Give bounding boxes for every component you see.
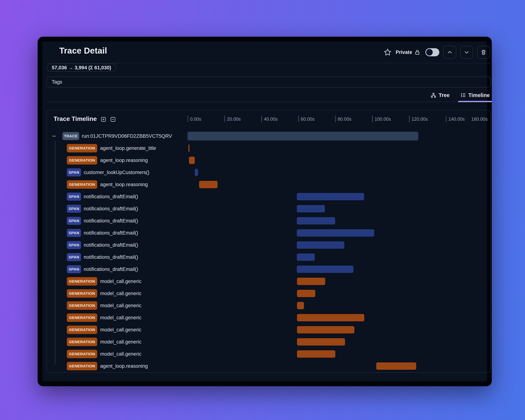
timeline-row[interactable]: GENERATIONmodel_call.generic	[47, 348, 490, 360]
delete-button[interactable]	[477, 46, 490, 59]
observation-type-badge: GENERATION	[67, 301, 97, 310]
duration-bar[interactable]	[297, 266, 354, 273]
trace-timeline-panel: Trace Timeline 0.00s20.00s40.00s60.00s80…	[47, 110, 491, 373]
timeline-row[interactable]: GENERATIONagent_loop.reasoning	[47, 154, 490, 166]
duration-bar[interactable]	[297, 290, 316, 297]
axis-tick-label: 160.00s	[471, 116, 488, 122]
timeline-row[interactable]: GENERATIONmodel_call.generic	[47, 312, 490, 324]
star-icon[interactable]	[384, 48, 392, 56]
duration-bar[interactable]	[297, 302, 304, 309]
observation-type-badge: GENERATION	[67, 350, 97, 358]
duration-bar[interactable]	[376, 362, 416, 370]
observation-label: model_call.generic	[100, 279, 141, 284]
tab-tree[interactable]: Tree	[430, 92, 451, 102]
header-controls: Private	[384, 46, 490, 59]
timeline-row[interactable]: GENERATIONmodel_call.generic	[47, 299, 490, 312]
observation-label: model_call.generic	[100, 327, 141, 333]
duration-bar[interactable]	[297, 278, 325, 285]
axis-tick	[188, 116, 188, 122]
privacy-toggle[interactable]	[425, 48, 439, 56]
duration-bar[interactable]	[188, 145, 189, 152]
observation-label: customer_lookUpCustomers()	[84, 170, 150, 175]
minus-square-icon[interactable]	[110, 116, 116, 122]
header-divider	[47, 63, 491, 63]
page-title: Trace Detail	[59, 46, 107, 56]
timeline-row[interactable]: SPANnotifications_draftEmail()	[47, 203, 490, 215]
observation-label: notifications_draftEmail()	[84, 206, 138, 212]
axis-tick	[298, 116, 299, 122]
duration-bar[interactable]	[189, 157, 195, 164]
timeline-row[interactable]: SPANnotifications_draftEmail()	[47, 227, 490, 239]
timeline-row[interactable]: SPANcustomer_lookUpCustomers()	[47, 166, 490, 178]
observation-type-badge: SPAN	[67, 265, 81, 273]
observation-type-badge: GENERATION	[67, 326, 97, 334]
axis-tick-label: 60.00s	[301, 116, 315, 122]
tab-timeline-label: Timeline	[468, 92, 490, 98]
observation-label: model_call.generic	[100, 315, 141, 321]
timeline-row[interactable]: SPANnotifications_draftEmail()	[47, 251, 490, 263]
axis-tick	[335, 116, 336, 122]
timeline-row[interactable]: GENERATIONagent_loop.reasoning	[47, 360, 490, 372]
lock-icon	[414, 49, 420, 55]
axis-tick	[446, 116, 447, 122]
timeline-row[interactable]: −TRACErun:01JCTPR9VD06FD2ZBB5VCT5QRV	[47, 130, 490, 142]
observation-type-badge: GENERATION	[67, 362, 97, 370]
duration-bar[interactable]	[188, 132, 418, 140]
observation-type-badge: GENERATION	[67, 313, 97, 322]
timeline-row[interactable]: SPANnotifications_draftEmail()	[47, 263, 490, 275]
observation-type-badge: SPAN	[67, 168, 81, 177]
collapse-toggle-icon[interactable]: −	[52, 133, 56, 139]
tree-icon	[431, 93, 436, 98]
navigate-down-button[interactable]	[460, 46, 473, 59]
duration-bar[interactable]	[297, 253, 315, 261]
observation-type-badge: GENERATION	[67, 289, 97, 298]
tab-timeline[interactable]: Timeline	[459, 92, 491, 102]
axis-tick-label: 100.00s	[375, 116, 391, 122]
timeline-row[interactable]: GENERATIONmodel_call.generic	[47, 275, 490, 287]
duration-bar[interactable]	[297, 229, 375, 237]
duration-bar[interactable]	[297, 314, 364, 321]
axis-tick-label: 80.00s	[338, 116, 351, 122]
tags-input[interactable]: Tags	[47, 76, 491, 87]
duration-bar[interactable]	[199, 181, 217, 188]
navigate-up-button[interactable]	[443, 46, 456, 59]
timeline-row[interactable]: SPANnotifications_draftEmail()	[47, 239, 490, 251]
observation-label: notifications_draftEmail()	[84, 267, 138, 272]
observation-label: notifications_draftEmail()	[84, 254, 138, 260]
observation-type-badge: SPAN	[67, 229, 81, 237]
duration-bar[interactable]	[297, 193, 364, 200]
duration-bar[interactable]	[297, 350, 335, 358]
observation-type-badge: SPAN	[67, 241, 81, 249]
axis-tick	[409, 116, 410, 122]
observation-label: agent_loop.reasoning	[100, 158, 148, 163]
timeline-row[interactable]: GENERATIONmodel_call.generic	[47, 287, 490, 299]
duration-bar[interactable]	[297, 338, 345, 345]
timeline-row[interactable]: GENERATIONmodel_call.generic	[47, 336, 490, 348]
plus-square-icon[interactable]	[101, 116, 106, 122]
token-usage-badge: 57,036 → 3,994 (Σ 61,030)	[47, 64, 116, 72]
duration-bar[interactable]	[297, 217, 335, 224]
observation-label: agent_loop.generate_title	[100, 145, 156, 151]
duration-bar[interactable]	[297, 205, 325, 212]
observation-type-badge: SPAN	[67, 217, 81, 225]
timeline-panel-title: Trace Timeline	[54, 115, 97, 122]
timeline-row[interactable]: SPANnotifications_draftEmail()	[47, 191, 490, 203]
duration-bar[interactable]	[297, 326, 355, 333]
observation-type-badge: SPAN	[67, 205, 81, 213]
timeline-row[interactable]: SPANnotifications_draftEmail()	[47, 215, 490, 227]
axis-tick	[372, 116, 373, 122]
timeline-icon	[460, 93, 466, 98]
timeline-row[interactable]: GENERATIONagent_loop.reasoning	[47, 178, 490, 191]
observation-type-badge: TRACE	[62, 132, 79, 140]
duration-bar[interactable]	[195, 169, 198, 176]
duration-bar[interactable]	[297, 241, 345, 249]
axis-tick-label: 20.00s	[227, 116, 241, 122]
axis-tick-label: 40.00s	[264, 116, 278, 122]
dialog-body: Trace Detail Private	[42, 41, 487, 382]
observation-type-badge: SPAN	[67, 193, 81, 201]
timeline-row[interactable]: GENERATIONmodel_call.generic	[47, 324, 490, 336]
privacy-label: Private	[396, 49, 412, 55]
timeline-row[interactable]: GENERATIONagent_loop.generate_title	[47, 142, 490, 154]
observation-label: notifications_draftEmail()	[84, 194, 138, 200]
observation-label: run:01JCTPR9VD06FD2ZBB5VCT5QRV	[82, 133, 172, 139]
